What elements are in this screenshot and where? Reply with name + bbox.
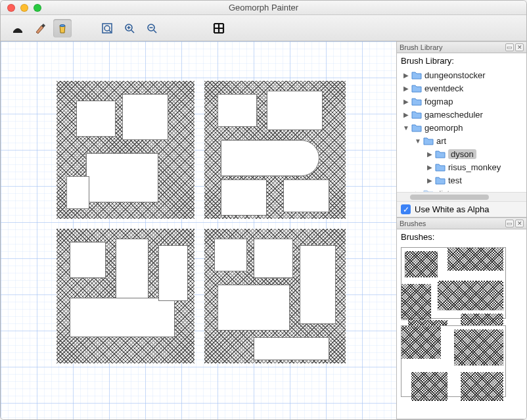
folder-icon bbox=[435, 163, 446, 172]
brushes-panel-header[interactable]: Brushes ▭ ✕ bbox=[397, 218, 526, 229]
disclosure-right-icon[interactable]: ▶ bbox=[402, 85, 410, 92]
brush-thumb-2[interactable] bbox=[401, 325, 506, 397]
zoom-fit-icon bbox=[101, 22, 114, 35]
use-white-as-alpha-row[interactable]: ✓ Use White as Alpha bbox=[397, 201, 526, 217]
tree-item-test[interactable]: ▶test bbox=[398, 174, 525, 187]
window-controls bbox=[1, 4, 41, 12]
tree-item-fogmap[interactable]: ▶fogmap bbox=[398, 95, 525, 108]
svg-line-5 bbox=[131, 30, 134, 33]
canvas[interactable] bbox=[1, 41, 397, 419]
grid-icon bbox=[212, 22, 225, 35]
disclosure-down-icon[interactable]: ▼ bbox=[402, 124, 410, 131]
disclosure-right-icon[interactable]: ▶ bbox=[402, 98, 410, 105]
app-window: Geomorph Painter bbox=[0, 0, 527, 420]
brush-library-heading: Brush Library: bbox=[397, 53, 526, 67]
tree-item-geomorph[interactable]: ▼geomorph bbox=[398, 121, 525, 134]
brush-library-panel-header[interactable]: Brush Library ▭ ✕ bbox=[397, 41, 526, 53]
use-white-as-alpha-label: Use White as Alpha bbox=[415, 204, 489, 214]
tree-item-eventdeck[interactable]: ▶eventdeck bbox=[398, 82, 525, 95]
svg-line-3 bbox=[109, 30, 111, 32]
tree-item-label: test bbox=[448, 175, 462, 185]
disclosure-right-icon[interactable]: ▶ bbox=[426, 164, 434, 171]
tree-item-label: dungeonstocker bbox=[424, 70, 486, 80]
brushes-list[interactable] bbox=[397, 243, 526, 401]
panel-close-button[interactable]: ✕ bbox=[515, 43, 524, 51]
zoom-in-button[interactable] bbox=[120, 19, 139, 37]
tree-item-label: dyson bbox=[448, 149, 476, 159]
tree-item-dungeonstocker[interactable]: ▶dungeonstocker bbox=[398, 68, 525, 82]
paint-bucket-icon bbox=[56, 22, 69, 35]
folder-icon bbox=[411, 110, 422, 119]
brushes-panel-title: Brushes bbox=[400, 220, 426, 227]
disclosure-right-icon[interactable]: ▶ bbox=[402, 72, 410, 79]
brush-tool-button[interactable] bbox=[31, 19, 49, 37]
toolbar bbox=[1, 15, 526, 41]
folder-icon bbox=[411, 97, 422, 106]
stamp-icon bbox=[11, 22, 24, 34]
tree-item-label: geomorph bbox=[424, 123, 463, 133]
tree-item-label: risus_monkey bbox=[448, 162, 501, 172]
panel-popout-button[interactable]: ▭ bbox=[505, 43, 514, 51]
folder-icon bbox=[435, 176, 446, 185]
disclosure-right-icon[interactable]: ▶ bbox=[414, 190, 422, 193]
folder-icon bbox=[423, 189, 434, 193]
brush-thumb-1[interactable] bbox=[401, 247, 506, 319]
tree-item-label: gamescheduler bbox=[424, 110, 483, 120]
disclosure-right-icon[interactable]: ▶ bbox=[426, 151, 434, 158]
folder-icon bbox=[435, 150, 446, 158]
bucket-tool-button[interactable] bbox=[53, 19, 72, 37]
tree-item-label: art bbox=[436, 136, 446, 146]
tree-item-dyson[interactable]: ▶dyson bbox=[398, 147, 525, 160]
right-sidebar: Brush Library ▭ ✕ Brush Library: ▶dungeo… bbox=[397, 41, 526, 419]
tree-item-label: dist bbox=[436, 189, 449, 193]
maximize-window-button[interactable] bbox=[34, 4, 41, 12]
tree-item-label: eventdeck bbox=[424, 83, 463, 93]
checkbox-checked-icon: ✓ bbox=[401, 204, 411, 214]
window-title: Geomorph Painter bbox=[1, 3, 526, 12]
stamp-tool-button[interactable] bbox=[9, 19, 27, 37]
folder-icon bbox=[411, 71, 422, 80]
disclosure-right-icon[interactable]: ▶ bbox=[426, 177, 434, 184]
svg-point-2 bbox=[104, 26, 110, 31]
brush-library-panel-title: Brush Library bbox=[400, 43, 442, 51]
panel-close-button[interactable]: ✕ bbox=[515, 220, 524, 227]
zoom-out-icon bbox=[145, 22, 158, 35]
tree-item-art[interactable]: ▼art bbox=[398, 134, 525, 147]
close-window-button[interactable] bbox=[7, 4, 15, 12]
minimize-window-button[interactable] bbox=[20, 4, 28, 12]
disclosure-right-icon[interactable]: ▶ bbox=[402, 111, 410, 118]
folder-icon bbox=[411, 124, 422, 132]
zoom-in-icon bbox=[123, 22, 136, 35]
tree-item-gamescheduler[interactable]: ▶gamescheduler bbox=[398, 108, 525, 121]
content-area: Brush Library ▭ ✕ Brush Library: ▶dungeo… bbox=[1, 41, 526, 419]
tree-item-dist[interactable]: ▶dist bbox=[398, 187, 525, 192]
map-artwork bbox=[57, 81, 346, 363]
tree-item-risus_monkey[interactable]: ▶risus_monkey bbox=[398, 160, 525, 174]
paintbrush-icon bbox=[34, 22, 47, 34]
zoom-out-button[interactable] bbox=[143, 19, 161, 37]
folder-icon bbox=[411, 84, 422, 93]
brush-library-tree[interactable]: ▶dungeonstocker▶eventdeck▶fogmap▶gamesch… bbox=[397, 67, 526, 192]
titlebar[interactable]: Geomorph Painter bbox=[1, 1, 526, 15]
panel-popout-button[interactable]: ▭ bbox=[505, 220, 514, 227]
brushes-heading: Brushes: bbox=[397, 229, 526, 243]
tree-h-scrollbar[interactable] bbox=[397, 192, 526, 201]
tree-item-label: fogmap bbox=[424, 97, 453, 106]
zoom-fit-button[interactable] bbox=[98, 19, 116, 37]
svg-point-0 bbox=[60, 24, 65, 26]
disclosure-down-icon[interactable]: ▼ bbox=[414, 137, 422, 145]
folder-icon bbox=[423, 137, 434, 145]
grid-toggle-button[interactable] bbox=[210, 19, 228, 37]
svg-line-9 bbox=[154, 30, 156, 33]
